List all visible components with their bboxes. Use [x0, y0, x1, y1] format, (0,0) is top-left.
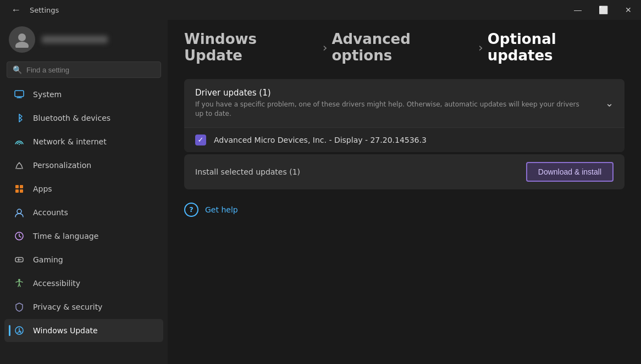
back-button[interactable]: ←: [7, 2, 25, 18]
svg-point-8: [17, 209, 21, 214]
apps-icon: [13, 183, 25, 195]
avatar: [9, 26, 35, 53]
gaming-icon: [13, 254, 25, 266]
section-header[interactable]: Driver updates (1) If you have a specifi…: [184, 79, 625, 127]
windows-update-icon: [13, 324, 25, 337]
sidebar-nav: System Bluetooth & devices Network & int…: [0, 82, 168, 343]
bluetooth-icon: [13, 112, 25, 124]
breadcrumb-link-advanced-options[interactable]: Advanced options: [331, 31, 473, 64]
maximize-button[interactable]: ⬜: [590, 0, 616, 20]
minimize-button[interactable]: —: [565, 0, 590, 20]
sidebar-item-label: Time & language: [33, 232, 98, 240]
update-item: Advanced Micro Devices, Inc. - Display -…: [184, 127, 625, 152]
sidebar-item-label: Accessibility: [33, 279, 80, 288]
breadcrumb-sep-1: ›: [323, 41, 328, 54]
svg-point-1: [15, 42, 29, 48]
get-help-row[interactable]: ? Get help: [184, 203, 625, 217]
time-icon: [13, 230, 25, 242]
sidebar-item-windows-update[interactable]: Windows Update: [4, 319, 163, 342]
svg-point-0: [18, 33, 26, 41]
svg-point-3: [19, 144, 20, 145]
svg-rect-2: [15, 91, 24, 97]
install-row: Install selected updates (1) Download & …: [184, 154, 625, 189]
titlebar-left: ← Settings: [7, 2, 59, 18]
chevron-up-icon: ⌄: [605, 97, 614, 109]
sidebar-item-label: System: [33, 90, 62, 99]
search-box[interactable]: 🔍: [7, 61, 161, 78]
main-layout: 🔍 System Bluetooth & devices Network & i…: [0, 20, 641, 364]
get-help-label: Get help: [205, 205, 238, 214]
section-header-text: Driver updates (1) If you have a specifi…: [195, 88, 580, 119]
download-install-button[interactable]: Download & install: [526, 162, 614, 182]
sidebar: 🔍 System Bluetooth & devices Network & i…: [0, 20, 168, 364]
driver-updates-section: Driver updates (1) If you have a specifi…: [184, 79, 625, 152]
sidebar-item-label: Windows Update: [33, 326, 98, 335]
sidebar-item-bluetooth[interactable]: Bluetooth & devices: [4, 107, 163, 130]
svg-rect-6: [15, 189, 19, 193]
sidebar-item-accounts[interactable]: Accounts: [4, 201, 163, 224]
user-profile[interactable]: [0, 20, 168, 61]
content-area: Windows Update › Advanced options › Opti…: [168, 20, 641, 364]
system-icon: [13, 88, 25, 100]
sidebar-item-accessibility[interactable]: Accessibility: [4, 272, 163, 295]
update-checkbox[interactable]: [195, 135, 206, 145]
sidebar-item-label: Network & internet: [33, 137, 107, 146]
svg-point-11: [20, 259, 21, 260]
sidebar-item-privacy[interactable]: Privacy & security: [4, 295, 163, 318]
sidebar-item-label: Gaming: [33, 255, 63, 264]
user-name-blurred: [42, 36, 108, 43]
network-icon: [13, 136, 25, 148]
svg-point-12: [18, 279, 20, 281]
sidebar-item-label: Personalization: [33, 161, 91, 170]
titlebar-title: Settings: [30, 6, 59, 14]
breadcrumb-current: Optional updates: [488, 31, 625, 64]
titlebar-controls: — ⬜ ✕: [565, 0, 641, 20]
sidebar-item-gaming[interactable]: Gaming: [4, 248, 163, 271]
svg-rect-5: [20, 185, 23, 188]
sidebar-item-system[interactable]: System: [4, 83, 163, 106]
sidebar-item-label: Bluetooth & devices: [33, 114, 110, 122]
accounts-icon: [13, 206, 25, 219]
install-label: Install selected updates (1): [195, 167, 300, 176]
sidebar-item-label: Apps: [33, 184, 52, 193]
svg-rect-7: [20, 189, 23, 193]
sidebar-item-label: Accounts: [33, 208, 68, 217]
breadcrumb: Windows Update › Advanced options › Opti…: [184, 31, 625, 64]
privacy-icon: [13, 301, 25, 313]
breadcrumb-link-windows-update[interactable]: Windows Update: [184, 31, 318, 64]
sidebar-item-time[interactable]: Time & language: [4, 225, 163, 248]
personalization-icon: [13, 159, 25, 171]
accessibility-icon: [13, 277, 25, 289]
sidebar-item-apps[interactable]: Apps: [4, 177, 163, 200]
section-subtitle: If you have a specific problem, one of t…: [195, 100, 580, 119]
update-name: Advanced Micro Devices, Inc. - Display -…: [214, 136, 427, 144]
breadcrumb-sep-2: ›: [478, 41, 483, 54]
section-title: Driver updates (1): [195, 88, 580, 98]
close-button[interactable]: ✕: [616, 0, 641, 20]
search-input[interactable]: [26, 66, 155, 74]
sidebar-item-label: Privacy & security: [33, 303, 102, 311]
svg-rect-4: [15, 185, 19, 188]
sidebar-item-personalization[interactable]: Personalization: [4, 154, 163, 177]
search-icon: 🔍: [13, 65, 22, 74]
titlebar: ← Settings — ⬜ ✕: [0, 0, 641, 20]
help-icon: ?: [184, 203, 198, 217]
sidebar-item-network[interactable]: Network & internet: [4, 130, 163, 153]
